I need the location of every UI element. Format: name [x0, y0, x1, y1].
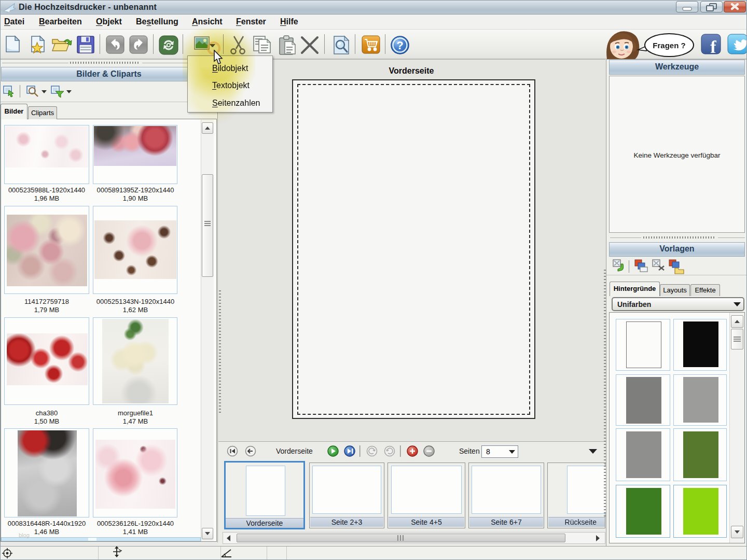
- svg-text:?: ?: [396, 39, 403, 52]
- svg-text:f: f: [710, 37, 716, 57]
- svg-text:Fragen ?: Fragen ?: [653, 41, 685, 50]
- svg-text:Vorderseite: Vorderseite: [276, 447, 313, 455]
- svg-text:Seiten: Seiten: [459, 447, 480, 455]
